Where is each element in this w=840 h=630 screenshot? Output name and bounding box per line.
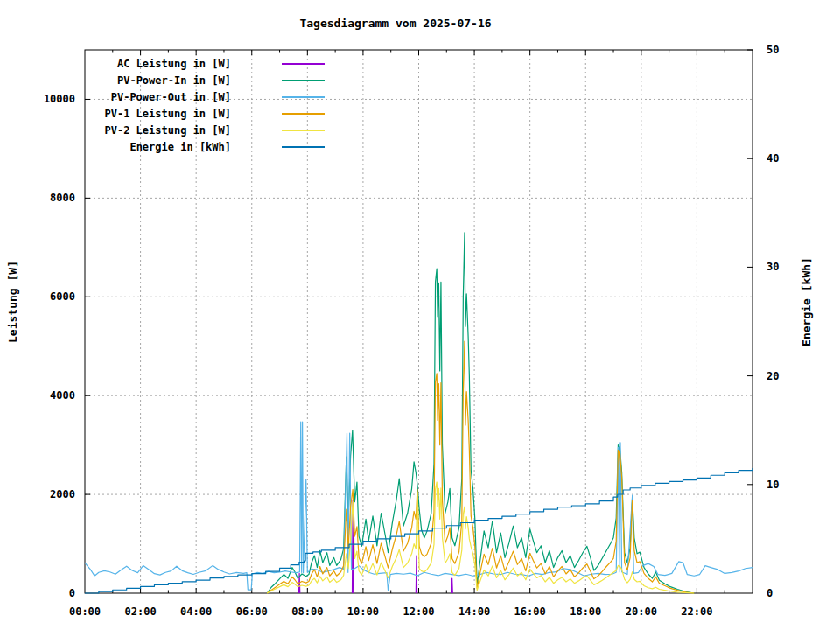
chart-title: Tagesdiagramm vom 2025-07-16	[299, 17, 491, 30]
y-tick-label-left: 4000	[50, 389, 75, 402]
x-tick-label: 18:00	[570, 606, 601, 618]
y-tick-label-right: 10	[766, 479, 779, 491]
series-ac-leistung	[452, 578, 452, 593]
x-tick-label: 04:00	[180, 606, 212, 618]
y-tick-label-right: 30	[766, 261, 779, 273]
x-tick-label: 06:00	[236, 606, 268, 618]
y-tick-label-right: 20	[766, 370, 779, 382]
y-tick-label-left: 8000	[50, 192, 75, 204]
x-tick-label: 20:00	[626, 606, 657, 618]
x-tick-label: 12:00	[402, 606, 434, 618]
chart: 00:0002:0004:0006:0008:0010:0012:0014:00…	[0, 0, 840, 630]
y-tick-label-left: 6000	[50, 290, 75, 303]
legend-label-pv1-leistung: PV-1 Leistung in [W]	[105, 108, 232, 120]
y-tick-label-right: 0	[766, 587, 773, 599]
x-tick-label: 22:00	[681, 606, 712, 618]
x-tick-label: 02:00	[125, 606, 157, 618]
y-tick-label-left: 2000	[50, 488, 75, 500]
x-tick-label: 08:00	[291, 606, 323, 618]
y-tick-label-right: 40	[766, 152, 779, 164]
series-energie	[85, 468, 752, 593]
x-tick-label: 14:00	[458, 606, 490, 618]
y-tick-label-right: 50	[766, 44, 779, 56]
x-tick-label: 16:00	[514, 606, 546, 618]
legend-label-ac-leistung: AC Leistung in [W]	[117, 58, 231, 70]
legend-label-pv2-leistung: PV-2 Leistung in [W]	[105, 124, 232, 136]
y-axis-label-right: Energie [kWh]	[800, 257, 813, 346]
legend-label-pv-power-out: PV-Power-Out in [W]	[111, 91, 231, 103]
y-axis-label-left: Leistung [W]	[6, 261, 19, 343]
series-ac-leistung	[416, 556, 416, 593]
x-tick-label: 00:00	[69, 606, 101, 618]
legend-label-pv-power-in: PV-Power-In in [W]	[117, 74, 231, 87]
y-tick-label-left: 10000	[44, 93, 75, 105]
legend-label-energie: Energie in [kWh]	[130, 141, 231, 153]
plot-area: 00:0002:0004:0006:0008:0010:0012:0014:00…	[0, 0, 840, 630]
y-tick-label-left: 0	[69, 587, 75, 599]
x-tick-label: 10:00	[347, 606, 379, 618]
